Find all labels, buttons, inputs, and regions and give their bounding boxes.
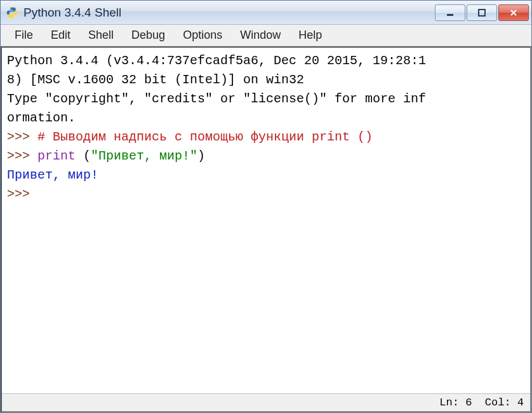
statusbar: Ln: 6 Col: 4 <box>2 393 530 411</box>
output-text: Привет, мир! <box>7 168 98 182</box>
builtin-name: print <box>37 149 76 163</box>
svg-rect-2 <box>447 14 453 16</box>
svg-point-0 <box>10 8 11 9</box>
titlebar[interactable]: Python 3.4.4 Shell <box>1 1 531 25</box>
maximize-button[interactable] <box>467 4 497 21</box>
menubar: File Edit Shell Debug Options Window Hel… <box>1 25 531 46</box>
menu-help[interactable]: Help <box>289 26 331 44</box>
banner-text: Python 3.4.4 (v3.4.4:737efcadf5a6, Dec 2… <box>7 53 426 68</box>
shell-prompt: >>> <box>7 130 37 144</box>
code-text: ) <box>197 149 205 163</box>
python-icon <box>6 6 18 19</box>
line-value: 6 <box>465 396 472 409</box>
line-label: Ln: <box>439 396 459 409</box>
menu-debug[interactable]: Debug <box>123 26 174 44</box>
close-button[interactable] <box>498 4 529 21</box>
shell-editor[interactable]: Python 3.4.4 (v3.4.4:737efcadf5a6, Dec 2… <box>2 48 530 393</box>
menu-options[interactable]: Options <box>174 26 231 44</box>
content-area: Python 3.4.4 (v3.4.4:737efcadf5a6, Dec 2… <box>1 46 531 412</box>
col-label: Col: <box>485 396 511 409</box>
shell-prompt: >>> <box>7 187 37 201</box>
minimize-button[interactable] <box>435 4 465 21</box>
window-controls <box>434 4 529 21</box>
col-value: 4 <box>517 396 524 409</box>
window-title: Python 3.4.4 Shell <box>23 6 434 20</box>
banner-text: 8) [MSC v.1600 32 bit (Intel)] on win32 <box>7 72 304 87</box>
comment-text: # Выводим надпись с помощью функции prin… <box>37 130 373 144</box>
svg-rect-3 <box>479 10 485 16</box>
string-literal: "Привет, мир!" <box>91 149 197 163</box>
code-text: ( <box>76 149 91 163</box>
menu-window[interactable]: Window <box>231 26 289 44</box>
menu-edit[interactable]: Edit <box>42 26 79 44</box>
banner-text: ormation. <box>7 111 76 125</box>
menu-shell[interactable]: Shell <box>79 26 123 44</box>
menu-file[interactable]: File <box>6 26 42 44</box>
banner-text: Type "copyright", "credits" or "license(… <box>7 91 426 106</box>
svg-point-1 <box>13 16 15 17</box>
shell-prompt: >>> <box>7 149 37 163</box>
app-window: Python 3.4.4 Shell File Edit Shell Debug… <box>0 0 532 413</box>
